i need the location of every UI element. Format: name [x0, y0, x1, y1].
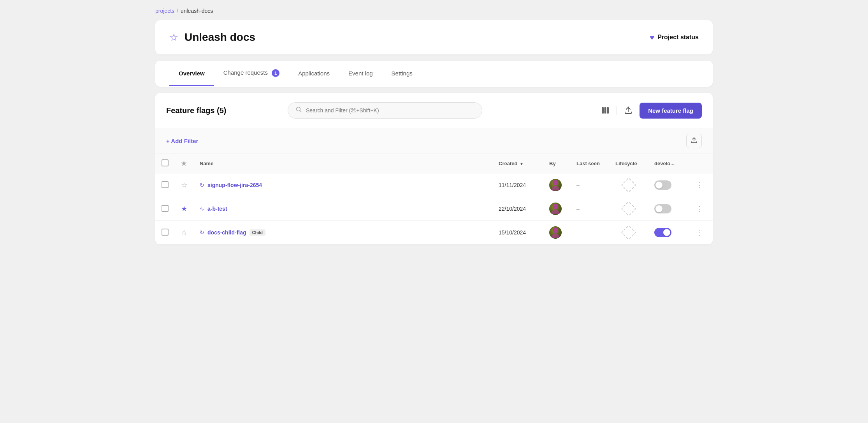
- new-feature-flag-button[interactable]: New feature flag: [640, 103, 702, 119]
- tab-applications[interactable]: Applications: [289, 61, 339, 86]
- th-last-seen: Last seen: [570, 154, 609, 173]
- header-left: ☆ Unleash docs: [169, 31, 255, 44]
- flag-name-link[interactable]: a-b-test: [207, 206, 227, 212]
- flag-child-badge: Child: [250, 229, 266, 236]
- tab-change-requests[interactable]: Change requests 1: [214, 61, 289, 87]
- health-icon: ♥: [650, 33, 654, 42]
- table-row: ☆ ↻ docs-child-flag Child 15/10/2024 – ⋮: [155, 221, 713, 245]
- search-icon: [296, 107, 302, 114]
- columns-toggle-button[interactable]: [599, 104, 612, 117]
- flag-created-date: 15/10/2024: [492, 221, 543, 245]
- flag-lifecycle: [609, 197, 648, 221]
- toggle-knob: [663, 229, 670, 236]
- flag-environment-toggle[interactable]: [648, 173, 687, 197]
- th-checkbox: [155, 154, 175, 173]
- toolbar-right: New feature flag: [599, 103, 702, 119]
- flag-name-cell: ↻ signup-flow-jira-2654: [200, 182, 486, 188]
- flag-lifecycle: [609, 173, 648, 197]
- th-star: ★: [175, 154, 193, 173]
- flag-created-date: 11/11/2024: [492, 173, 543, 197]
- th-name: Name: [193, 154, 492, 173]
- breadcrumb-projects-link[interactable]: projects: [155, 8, 174, 14]
- th-lifecycle: Lifecycle: [609, 154, 648, 173]
- flag-more-menu[interactable]: ⋮: [687, 173, 713, 197]
- add-filter-button[interactable]: + Add Filter: [166, 138, 198, 144]
- tab-event-log[interactable]: Event log: [339, 61, 382, 86]
- lifecycle-diamond-icon: [621, 177, 636, 193]
- flag-last-seen: –: [570, 221, 609, 245]
- flag-type-icon: ↻: [200, 182, 204, 188]
- flag-name-cell: ↻ docs-child-flag Child: [200, 229, 486, 236]
- row-star-icon[interactable]: ☆: [181, 229, 187, 236]
- toggle-knob: [655, 182, 662, 189]
- flag-name-link[interactable]: signup-flow-jira-2654: [207, 182, 262, 188]
- flag-last-seen: –: [570, 173, 609, 197]
- flag-more-menu[interactable]: ⋮: [687, 221, 713, 245]
- tabs-card: Overview Change requests 1 Applications …: [155, 61, 713, 87]
- flag-name-cell: ∿ a-b-test: [200, 206, 486, 212]
- toggle-switch[interactable]: [654, 204, 671, 213]
- breadcrumb: projects / unleash-docs: [155, 8, 713, 14]
- avatar: [549, 226, 562, 239]
- row-checkbox-1[interactable]: [162, 205, 169, 212]
- table-row: ☆ ↻ signup-flow-jira-2654 11/11/2024 – ⋮: [155, 173, 713, 197]
- row-checkbox-2[interactable]: [162, 229, 169, 236]
- filter-row: + Add Filter: [155, 128, 713, 154]
- row-checkbox-0[interactable]: [162, 181, 169, 188]
- feature-flags-title: Feature flags (5): [166, 106, 226, 115]
- search-input[interactable]: [306, 107, 474, 114]
- search-bar[interactable]: [288, 102, 482, 119]
- tabs-container: Overview Change requests 1 Applications …: [169, 61, 699, 87]
- project-status-label: Project status: [657, 34, 699, 41]
- toggle-switch[interactable]: [654, 228, 671, 237]
- breadcrumb-separator: /: [177, 8, 178, 14]
- svg-line-1: [300, 111, 302, 112]
- breadcrumb-current: unleash-docs: [181, 8, 213, 14]
- avatar: [549, 179, 562, 191]
- more-menu-button[interactable]: ⋮: [693, 179, 706, 191]
- row-star-icon[interactable]: ☆: [181, 181, 187, 189]
- row-star-icon[interactable]: ★: [181, 205, 187, 213]
- header-card: ☆ Unleash docs ♥ Project status: [155, 20, 713, 54]
- th-develo: develo...: [648, 154, 687, 173]
- flag-lifecycle: [609, 221, 648, 245]
- flag-type-icon: ↻: [200, 229, 204, 236]
- flag-by-avatar: [543, 221, 570, 245]
- avatar: [549, 203, 562, 215]
- favorite-star-icon[interactable]: ☆: [169, 31, 178, 44]
- flag-type-icon: ∿: [200, 206, 204, 212]
- th-star-icon: ★: [181, 160, 186, 167]
- th-by: By: [543, 154, 570, 173]
- more-menu-button[interactable]: ⋮: [693, 203, 706, 215]
- svg-rect-4: [607, 107, 609, 114]
- th-more: [687, 154, 713, 173]
- flag-environment-toggle[interactable]: [648, 221, 687, 245]
- feature-flags-table: ★ Name Created ▾ By Last s: [155, 154, 713, 245]
- svg-rect-2: [602, 107, 604, 114]
- flag-last-seen: –: [570, 197, 609, 221]
- flag-by-avatar: [543, 197, 570, 221]
- table-header-row: ★ Name Created ▾ By Last s: [155, 154, 713, 173]
- tab-settings[interactable]: Settings: [382, 61, 422, 86]
- project-title: Unleash docs: [184, 31, 255, 44]
- lifecycle-diamond-icon: [621, 201, 636, 217]
- select-all-checkbox[interactable]: [162, 159, 169, 166]
- th-created[interactable]: Created ▾: [492, 154, 543, 173]
- flag-more-menu[interactable]: ⋮: [687, 197, 713, 221]
- export-button-filter[interactable]: [686, 134, 702, 148]
- table-row: ★ ∿ a-b-test 22/10/2024 – ⋮: [155, 197, 713, 221]
- lifecycle-diamond-icon: [621, 225, 636, 240]
- toggle-switch[interactable]: [654, 180, 671, 190]
- toolbar: Feature flags (5): [155, 93, 713, 128]
- sort-arrow-icon: ▾: [520, 161, 523, 166]
- more-menu-button[interactable]: ⋮: [693, 227, 706, 238]
- change-requests-badge: 1: [272, 69, 279, 77]
- feature-flags-card: Feature flags (5): [155, 93, 713, 245]
- toggle-knob: [655, 205, 662, 212]
- flag-created-date: 22/10/2024: [492, 197, 543, 221]
- project-status-button[interactable]: ♥ Project status: [650, 33, 699, 42]
- flag-name-link[interactable]: docs-child-flag: [207, 229, 246, 236]
- export-button-toolbar[interactable]: [622, 104, 635, 117]
- tab-overview[interactable]: Overview: [169, 61, 214, 86]
- flag-environment-toggle[interactable]: [648, 197, 687, 221]
